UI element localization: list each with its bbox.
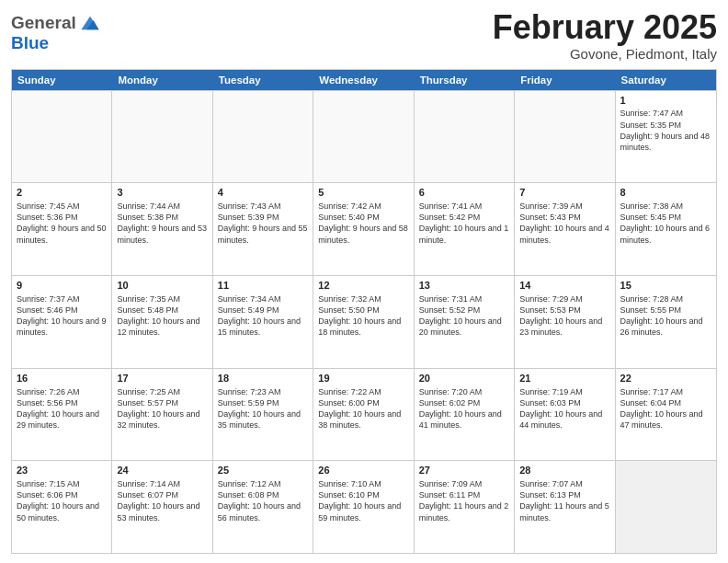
day-number: 8 bbox=[620, 186, 711, 200]
calendar-cell bbox=[112, 91, 212, 183]
calendar-cell: 8Sunrise: 7:38 AM Sunset: 5:45 PM Daylig… bbox=[616, 183, 716, 275]
day-info: Sunrise: 7:23 AM Sunset: 5:59 PM Dayligh… bbox=[218, 386, 308, 431]
calendar-cell: 13Sunrise: 7:31 AM Sunset: 5:52 PM Dayli… bbox=[415, 276, 515, 368]
day-info: Sunrise: 7:19 AM Sunset: 6:03 PM Dayligh… bbox=[519, 386, 609, 431]
calendar-cell: 25Sunrise: 7:12 AM Sunset: 6:08 PM Dayli… bbox=[213, 461, 313, 553]
calendar-cell bbox=[515, 91, 615, 183]
calendar-cell: 10Sunrise: 7:35 AM Sunset: 5:48 PM Dayli… bbox=[112, 276, 212, 368]
day-number: 20 bbox=[419, 372, 509, 385]
day-number: 28 bbox=[519, 464, 609, 477]
header-day-thursday: Thursday bbox=[415, 70, 515, 90]
calendar-cell: 1Sunrise: 7:47 AM Sunset: 5:35 PM Daylig… bbox=[616, 91, 716, 183]
calendar-cell: 3Sunrise: 7:44 AM Sunset: 5:38 PM Daylig… bbox=[112, 183, 212, 275]
day-number: 21 bbox=[519, 372, 609, 385]
calendar-cell: 12Sunrise: 7:32 AM Sunset: 5:50 PM Dayli… bbox=[313, 276, 414, 368]
day-info: Sunrise: 7:22 AM Sunset: 6:00 PM Dayligh… bbox=[318, 386, 408, 431]
calendar-cell bbox=[12, 91, 112, 183]
day-number: 11 bbox=[218, 279, 308, 293]
day-number: 12 bbox=[318, 279, 408, 293]
calendar-cell: 11Sunrise: 7:34 AM Sunset: 5:49 PM Dayli… bbox=[213, 276, 313, 368]
page: General Blue February 2025 Govone, Piedm… bbox=[0, 0, 728, 563]
day-info: Sunrise: 7:28 AM Sunset: 5:55 PM Dayligh… bbox=[620, 293, 711, 339]
calendar-cell: 14Sunrise: 7:29 AM Sunset: 5:53 PM Dayli… bbox=[515, 276, 615, 368]
calendar-cell bbox=[616, 461, 716, 553]
day-number: 27 bbox=[419, 464, 509, 477]
calendar-cell: 15Sunrise: 7:28 AM Sunset: 5:55 PM Dayli… bbox=[616, 276, 716, 368]
day-number: 25 bbox=[218, 464, 308, 477]
calendar-cell: 16Sunrise: 7:26 AM Sunset: 5:56 PM Dayli… bbox=[12, 369, 112, 461]
calendar-cell: 19Sunrise: 7:22 AM Sunset: 6:00 PM Dayli… bbox=[313, 369, 414, 461]
header-day-monday: Monday bbox=[112, 70, 212, 90]
day-info: Sunrise: 7:43 AM Sunset: 5:39 PM Dayligh… bbox=[218, 201, 308, 246]
day-info: Sunrise: 7:31 AM Sunset: 5:52 PM Dayligh… bbox=[419, 293, 509, 339]
day-number: 17 bbox=[117, 372, 207, 385]
calendar-cell: 18Sunrise: 7:23 AM Sunset: 5:59 PM Dayli… bbox=[213, 369, 313, 461]
day-number: 6 bbox=[419, 186, 509, 200]
day-number: 10 bbox=[117, 279, 207, 293]
calendar-cell: 2Sunrise: 7:45 AM Sunset: 5:36 PM Daylig… bbox=[12, 183, 112, 275]
calendar-week-0: 1Sunrise: 7:47 AM Sunset: 5:35 PM Daylig… bbox=[12, 90, 716, 183]
calendar-cell bbox=[415, 91, 515, 183]
header-day-saturday: Saturday bbox=[616, 70, 716, 90]
day-number: 19 bbox=[318, 372, 408, 385]
day-number: 5 bbox=[318, 186, 408, 200]
month-title: February 2025 bbox=[493, 9, 717, 46]
logo-icon bbox=[80, 13, 100, 33]
day-info: Sunrise: 7:39 AM Sunset: 5:43 PM Dayligh… bbox=[519, 201, 609, 246]
calendar-cell bbox=[313, 91, 414, 183]
day-info: Sunrise: 7:37 AM Sunset: 5:46 PM Dayligh… bbox=[17, 293, 107, 339]
calendar-cell: 28Sunrise: 7:07 AM Sunset: 6:13 PM Dayli… bbox=[515, 461, 615, 553]
day-info: Sunrise: 7:47 AM Sunset: 5:35 PM Dayligh… bbox=[620, 108, 711, 153]
calendar-week-3: 16Sunrise: 7:26 AM Sunset: 5:56 PM Dayli… bbox=[12, 368, 716, 461]
logo: General Blue bbox=[11, 13, 100, 53]
day-info: Sunrise: 7:20 AM Sunset: 6:02 PM Dayligh… bbox=[419, 386, 509, 431]
day-info: Sunrise: 7:07 AM Sunset: 6:13 PM Dayligh… bbox=[519, 478, 609, 523]
calendar-week-4: 23Sunrise: 7:15 AM Sunset: 6:06 PM Dayli… bbox=[12, 460, 716, 553]
day-info: Sunrise: 7:17 AM Sunset: 6:04 PM Dayligh… bbox=[620, 386, 711, 431]
day-info: Sunrise: 7:15 AM Sunset: 6:06 PM Dayligh… bbox=[17, 478, 107, 523]
calendar-cell: 26Sunrise: 7:10 AM Sunset: 6:10 PM Dayli… bbox=[313, 461, 414, 553]
day-number: 7 bbox=[519, 186, 609, 200]
header-day-wednesday: Wednesday bbox=[313, 70, 414, 90]
day-info: Sunrise: 7:44 AM Sunset: 5:38 PM Dayligh… bbox=[117, 201, 207, 246]
calendar-cell: 9Sunrise: 7:37 AM Sunset: 5:46 PM Daylig… bbox=[12, 276, 112, 368]
day-info: Sunrise: 7:14 AM Sunset: 6:07 PM Dayligh… bbox=[117, 478, 207, 523]
calendar-cell: 6Sunrise: 7:41 AM Sunset: 5:42 PM Daylig… bbox=[415, 183, 515, 275]
calendar-cell: 23Sunrise: 7:15 AM Sunset: 6:06 PM Dayli… bbox=[12, 461, 112, 553]
calendar-cell: 27Sunrise: 7:09 AM Sunset: 6:11 PM Dayli… bbox=[415, 461, 515, 553]
header-day-friday: Friday bbox=[515, 70, 615, 90]
day-number: 15 bbox=[620, 279, 711, 293]
day-number: 9 bbox=[17, 279, 107, 293]
calendar-week-2: 9Sunrise: 7:37 AM Sunset: 5:46 PM Daylig… bbox=[12, 275, 716, 368]
calendar-cell: 24Sunrise: 7:14 AM Sunset: 6:07 PM Dayli… bbox=[112, 461, 212, 553]
day-info: Sunrise: 7:10 AM Sunset: 6:10 PM Dayligh… bbox=[318, 478, 408, 523]
day-info: Sunrise: 7:09 AM Sunset: 6:11 PM Dayligh… bbox=[419, 478, 509, 523]
calendar-cell: 17Sunrise: 7:25 AM Sunset: 5:57 PM Dayli… bbox=[112, 369, 212, 461]
day-number: 26 bbox=[318, 464, 408, 477]
logo-general: General bbox=[11, 13, 76, 33]
calendar: SundayMondayTuesdayWednesdayThursdayFrid… bbox=[11, 69, 717, 554]
day-number: 13 bbox=[419, 279, 509, 293]
header: General Blue February 2025 Govone, Piedm… bbox=[11, 9, 717, 62]
calendar-cell: 21Sunrise: 7:19 AM Sunset: 6:03 PM Dayli… bbox=[515, 369, 615, 461]
calendar-cell: 22Sunrise: 7:17 AM Sunset: 6:04 PM Dayli… bbox=[616, 369, 716, 461]
day-number: 14 bbox=[519, 279, 609, 293]
calendar-body: 1Sunrise: 7:47 AM Sunset: 5:35 PM Daylig… bbox=[12, 90, 716, 553]
day-info: Sunrise: 7:12 AM Sunset: 6:08 PM Dayligh… bbox=[218, 478, 308, 523]
logo-blue: Blue bbox=[11, 33, 49, 52]
day-number: 16 bbox=[17, 372, 107, 385]
calendar-cell: 4Sunrise: 7:43 AM Sunset: 5:39 PM Daylig… bbox=[213, 183, 313, 275]
day-info: Sunrise: 7:26 AM Sunset: 5:56 PM Dayligh… bbox=[17, 386, 107, 431]
day-number: 3 bbox=[117, 186, 207, 200]
day-info: Sunrise: 7:34 AM Sunset: 5:49 PM Dayligh… bbox=[218, 293, 308, 339]
day-info: Sunrise: 7:35 AM Sunset: 5:48 PM Dayligh… bbox=[117, 293, 207, 339]
day-number: 24 bbox=[117, 464, 207, 477]
day-info: Sunrise: 7:32 AM Sunset: 5:50 PM Dayligh… bbox=[318, 293, 408, 339]
day-info: Sunrise: 7:45 AM Sunset: 5:36 PM Dayligh… bbox=[17, 201, 107, 246]
day-number: 4 bbox=[218, 186, 308, 200]
day-info: Sunrise: 7:38 AM Sunset: 5:45 PM Dayligh… bbox=[620, 201, 711, 246]
calendar-cell bbox=[213, 91, 313, 183]
calendar-header: SundayMondayTuesdayWednesdayThursdayFrid… bbox=[12, 70, 716, 90]
day-number: 1 bbox=[620, 94, 711, 108]
calendar-cell: 5Sunrise: 7:42 AM Sunset: 5:40 PM Daylig… bbox=[313, 183, 414, 275]
